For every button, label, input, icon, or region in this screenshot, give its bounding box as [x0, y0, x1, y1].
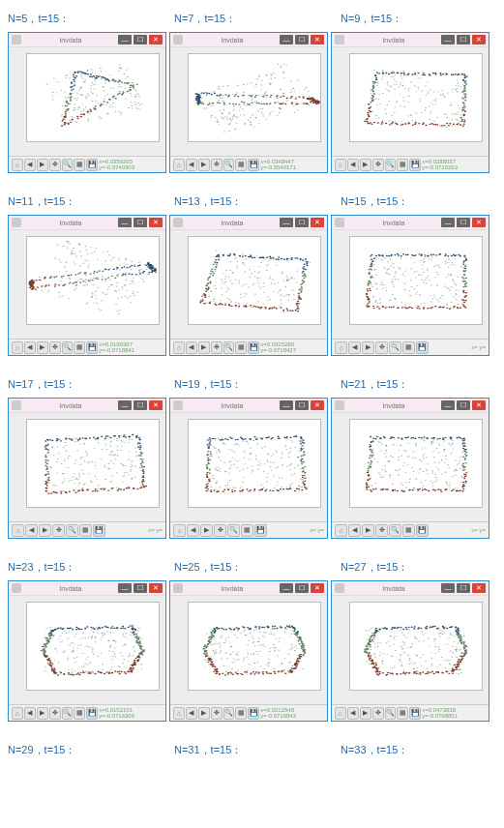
tool-fwd-icon[interactable]: ▶: [362, 524, 374, 537]
tool-home-icon[interactable]: ⌂: [335, 524, 347, 537]
window-close-button[interactable]: ✕: [472, 583, 486, 593]
window-titlebar[interactable]: lnvdata—☐✕: [332, 216, 489, 230]
plot-canvas[interactable]: 0.020.00-0.02-0.050.000.05: [9, 413, 165, 521]
tool-fwd-icon[interactable]: ▶: [198, 341, 210, 354]
tool-back-icon[interactable]: ◀: [348, 524, 361, 537]
window-min-button[interactable]: —: [280, 400, 293, 410]
window-min-button[interactable]: —: [118, 35, 132, 44]
window-min-button[interactable]: —: [280, 35, 293, 44]
window-close-button[interactable]: ✕: [472, 218, 486, 227]
plot-canvas[interactable]: 0.020.00-0.02-0.050.000.05: [170, 230, 327, 339]
tool-fwd-icon[interactable]: ▶: [37, 707, 48, 720]
window-max-button[interactable]: ☐: [295, 583, 309, 593]
window-min-button[interactable]: —: [118, 583, 132, 593]
plot-canvas[interactable]: 0.01-0.01-0.03-0.050.000.05: [9, 47, 165, 156]
tool-sub-icon[interactable]: ▦: [235, 159, 247, 171]
tool-zoom-icon[interactable]: 🔍: [389, 341, 401, 354]
window-min-button[interactable]: —: [441, 583, 455, 593]
tool-save-icon[interactable]: 💾: [248, 707, 259, 720]
tool-back-icon[interactable]: ◀: [347, 159, 359, 171]
window-max-button[interactable]: ☐: [457, 400, 470, 410]
tool-sub-icon[interactable]: ▦: [241, 524, 253, 537]
window-max-button[interactable]: ☐: [457, 218, 470, 227]
plot-canvas[interactable]: 0.020.00-0.02-0.050.000.05: [170, 596, 327, 704]
window-titlebar[interactable]: lnvdata—☐✕: [332, 399, 489, 413]
tool-save-icon[interactable]: 💾: [416, 524, 429, 537]
tool-save-icon[interactable]: 💾: [86, 707, 98, 720]
tool-pan-icon[interactable]: ✥: [375, 524, 388, 537]
tool-zoom-icon[interactable]: 🔍: [227, 524, 240, 537]
window-min-button[interactable]: —: [441, 400, 455, 410]
window-close-button[interactable]: ✕: [149, 35, 163, 44]
tool-save-icon[interactable]: 💾: [409, 707, 421, 720]
tool-home-icon[interactable]: ⌂: [173, 159, 185, 171]
tool-zoom-icon[interactable]: 🔍: [223, 707, 235, 720]
tool-sub-icon[interactable]: ▦: [79, 524, 92, 537]
tool-back-icon[interactable]: ◀: [187, 524, 199, 537]
tool-fwd-icon[interactable]: ▶: [362, 341, 374, 354]
tool-zoom-icon[interactable]: 🔍: [62, 341, 74, 354]
tool-back-icon[interactable]: ◀: [348, 341, 361, 354]
tool-save-icon[interactable]: 💾: [93, 524, 105, 537]
window-close-button[interactable]: ✕: [149, 218, 163, 227]
tool-home-icon[interactable]: ⌂: [12, 707, 23, 720]
tool-save-icon[interactable]: 💾: [86, 341, 98, 354]
plot-canvas[interactable]: 0.020.00-0.02-0.050.000.05: [332, 230, 489, 339]
tool-home-icon[interactable]: ⌂: [12, 341, 23, 354]
tool-save-icon[interactable]: 💾: [416, 341, 429, 354]
tool-zoom-icon[interactable]: 🔍: [62, 707, 74, 720]
window-max-button[interactable]: ☐: [133, 218, 147, 227]
tool-pan-icon[interactable]: ✥: [211, 707, 222, 720]
window-max-button[interactable]: ☐: [295, 35, 309, 44]
tool-zoom-icon[interactable]: 🔍: [223, 341, 235, 354]
plot-canvas[interactable]: 0.020.00-0.02-0.050.000.05: [332, 413, 489, 521]
tool-pan-icon[interactable]: ✥: [211, 159, 222, 171]
tool-back-icon[interactable]: ◀: [347, 707, 359, 720]
window-titlebar[interactable]: lnvdata—☐✕: [170, 399, 327, 413]
window-titlebar[interactable]: lnvdata—☐✕: [170, 581, 327, 596]
tool-fwd-icon[interactable]: ▶: [37, 341, 48, 354]
tool-home-icon[interactable]: ⌂: [335, 341, 347, 354]
tool-home-icon[interactable]: ⌂: [173, 707, 185, 720]
tool-zoom-icon[interactable]: 🔍: [385, 159, 397, 171]
tool-fwd-icon[interactable]: ▶: [360, 707, 371, 720]
tool-home-icon[interactable]: ⌂: [335, 707, 346, 720]
window-close-button[interactable]: ✕: [311, 583, 324, 593]
window-max-button[interactable]: ☐: [133, 400, 147, 410]
tool-sub-icon[interactable]: ▦: [235, 341, 247, 354]
window-close-button[interactable]: ✕: [149, 583, 163, 593]
tool-save-icon[interactable]: 💾: [254, 524, 267, 537]
tool-fwd-icon[interactable]: ▶: [39, 524, 51, 537]
tool-back-icon[interactable]: ◀: [24, 159, 36, 171]
window-max-button[interactable]: ☐: [295, 218, 309, 227]
tool-fwd-icon[interactable]: ▶: [37, 159, 48, 171]
tool-pan-icon[interactable]: ✥: [49, 341, 61, 354]
tool-sub-icon[interactable]: ▦: [235, 707, 247, 720]
tool-back-icon[interactable]: ◀: [186, 341, 197, 354]
tool-home-icon[interactable]: ⌂: [335, 159, 346, 171]
tool-home-icon[interactable]: ⌂: [12, 159, 23, 171]
plot-canvas[interactable]: 0.020.00-0.02-0.050.000.05: [332, 47, 489, 156]
window-close-button[interactable]: ✕: [311, 35, 324, 44]
tool-pan-icon[interactable]: ✥: [372, 707, 384, 720]
window-titlebar[interactable]: lnvdata—☐✕: [170, 216, 327, 230]
tool-home-icon[interactable]: ⌂: [173, 524, 186, 537]
window-min-button[interactable]: —: [441, 218, 455, 227]
tool-sub-icon[interactable]: ▦: [397, 159, 408, 171]
plot-canvas[interactable]: 0.020.00-0.02-0.04-0.04-0.020.000.020.04: [9, 230, 165, 339]
window-titlebar[interactable]: lnvdata—☐✕: [9, 216, 165, 230]
tool-sub-icon[interactable]: ▦: [402, 341, 415, 354]
tool-zoom-icon[interactable]: 🔍: [66, 524, 78, 537]
tool-sub-icon[interactable]: ▦: [74, 707, 85, 720]
plot-canvas[interactable]: 0.020.00-0.02-0.050.000.05: [332, 596, 489, 704]
tool-zoom-icon[interactable]: 🔍: [223, 159, 235, 171]
plot-canvas[interactable]: 0.020.00-0.02-0.050.000.05: [170, 47, 327, 156]
window-titlebar[interactable]: lnvdata—☐✕: [170, 33, 327, 47]
tool-pan-icon[interactable]: ✥: [211, 341, 222, 354]
window-titlebar[interactable]: lnvdata—☐✕: [9, 33, 165, 47]
tool-pan-icon[interactable]: ✥: [375, 341, 388, 354]
tool-sub-icon[interactable]: ▦: [402, 524, 415, 537]
plot-canvas[interactable]: 0.020.00-0.02-0.050.000.05: [170, 413, 327, 521]
window-titlebar[interactable]: lnvdata—☐✕: [9, 581, 165, 596]
window-min-button[interactable]: —: [280, 218, 293, 227]
